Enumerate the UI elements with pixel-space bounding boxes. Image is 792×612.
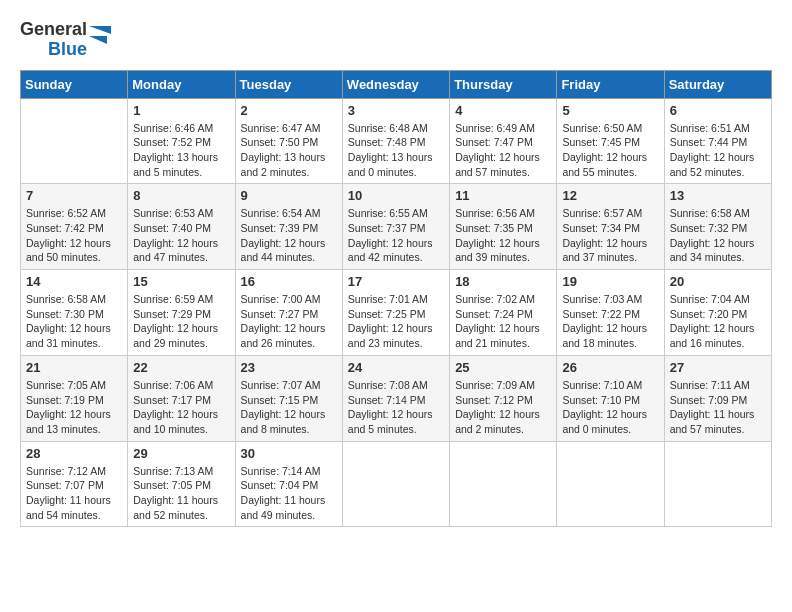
calendar-cell xyxy=(450,441,557,527)
day-number: 1 xyxy=(133,103,229,118)
calendar-cell: 6Sunrise: 6:51 AM Sunset: 7:44 PM Daylig… xyxy=(664,98,771,184)
day-info: Sunrise: 7:00 AM Sunset: 7:27 PM Dayligh… xyxy=(241,292,337,351)
day-info: Sunrise: 7:09 AM Sunset: 7:12 PM Dayligh… xyxy=(455,378,551,437)
day-info: Sunrise: 6:56 AM Sunset: 7:35 PM Dayligh… xyxy=(455,206,551,265)
calendar-cell: 17Sunrise: 7:01 AM Sunset: 7:25 PM Dayli… xyxy=(342,270,449,356)
day-info: Sunrise: 7:14 AM Sunset: 7:04 PM Dayligh… xyxy=(241,464,337,523)
day-info: Sunrise: 6:47 AM Sunset: 7:50 PM Dayligh… xyxy=(241,121,337,180)
calendar-cell: 7Sunrise: 6:52 AM Sunset: 7:42 PM Daylig… xyxy=(21,184,128,270)
day-info: Sunrise: 7:07 AM Sunset: 7:15 PM Dayligh… xyxy=(241,378,337,437)
calendar-cell: 22Sunrise: 7:06 AM Sunset: 7:17 PM Dayli… xyxy=(128,355,235,441)
day-info: Sunrise: 6:59 AM Sunset: 7:29 PM Dayligh… xyxy=(133,292,229,351)
day-info: Sunrise: 6:58 AM Sunset: 7:32 PM Dayligh… xyxy=(670,206,766,265)
calendar-cell: 16Sunrise: 7:00 AM Sunset: 7:27 PM Dayli… xyxy=(235,270,342,356)
day-info: Sunrise: 7:03 AM Sunset: 7:22 PM Dayligh… xyxy=(562,292,658,351)
calendar-cell: 4Sunrise: 6:49 AM Sunset: 7:47 PM Daylig… xyxy=(450,98,557,184)
day-number: 5 xyxy=(562,103,658,118)
day-number: 19 xyxy=(562,274,658,289)
day-info: Sunrise: 7:13 AM Sunset: 7:05 PM Dayligh… xyxy=(133,464,229,523)
day-info: Sunrise: 7:02 AM Sunset: 7:24 PM Dayligh… xyxy=(455,292,551,351)
day-number: 28 xyxy=(26,446,122,461)
calendar-cell xyxy=(557,441,664,527)
calendar-cell: 26Sunrise: 7:10 AM Sunset: 7:10 PM Dayli… xyxy=(557,355,664,441)
day-number: 29 xyxy=(133,446,229,461)
calendar-cell: 1Sunrise: 6:46 AM Sunset: 7:52 PM Daylig… xyxy=(128,98,235,184)
day-number: 9 xyxy=(241,188,337,203)
day-info: Sunrise: 7:12 AM Sunset: 7:07 PM Dayligh… xyxy=(26,464,122,523)
calendar-cell: 24Sunrise: 7:08 AM Sunset: 7:14 PM Dayli… xyxy=(342,355,449,441)
calendar-cell: 19Sunrise: 7:03 AM Sunset: 7:22 PM Dayli… xyxy=(557,270,664,356)
day-info: Sunrise: 7:01 AM Sunset: 7:25 PM Dayligh… xyxy=(348,292,444,351)
day-number: 20 xyxy=(670,274,766,289)
calendar-cell: 12Sunrise: 6:57 AM Sunset: 7:34 PM Dayli… xyxy=(557,184,664,270)
day-info: Sunrise: 6:46 AM Sunset: 7:52 PM Dayligh… xyxy=(133,121,229,180)
day-info: Sunrise: 6:50 AM Sunset: 7:45 PM Dayligh… xyxy=(562,121,658,180)
day-info: Sunrise: 7:05 AM Sunset: 7:19 PM Dayligh… xyxy=(26,378,122,437)
day-number: 30 xyxy=(241,446,337,461)
day-number: 23 xyxy=(241,360,337,375)
calendar-header-row: SundayMondayTuesdayWednesdayThursdayFrid… xyxy=(21,70,772,98)
day-number: 2 xyxy=(241,103,337,118)
calendar-week-row: 1Sunrise: 6:46 AM Sunset: 7:52 PM Daylig… xyxy=(21,98,772,184)
day-number: 11 xyxy=(455,188,551,203)
day-number: 24 xyxy=(348,360,444,375)
day-info: Sunrise: 6:53 AM Sunset: 7:40 PM Dayligh… xyxy=(133,206,229,265)
logo-general-text: General xyxy=(20,20,87,40)
calendar-cell: 25Sunrise: 7:09 AM Sunset: 7:12 PM Dayli… xyxy=(450,355,557,441)
calendar-cell: 20Sunrise: 7:04 AM Sunset: 7:20 PM Dayli… xyxy=(664,270,771,356)
calendar-cell xyxy=(342,441,449,527)
day-number: 10 xyxy=(348,188,444,203)
calendar-week-row: 21Sunrise: 7:05 AM Sunset: 7:19 PM Dayli… xyxy=(21,355,772,441)
day-number: 13 xyxy=(670,188,766,203)
calendar-cell: 9Sunrise: 6:54 AM Sunset: 7:39 PM Daylig… xyxy=(235,184,342,270)
day-info: Sunrise: 7:08 AM Sunset: 7:14 PM Dayligh… xyxy=(348,378,444,437)
day-header-saturday: Saturday xyxy=(664,70,771,98)
day-info: Sunrise: 6:58 AM Sunset: 7:30 PM Dayligh… xyxy=(26,292,122,351)
day-number: 25 xyxy=(455,360,551,375)
day-number: 12 xyxy=(562,188,658,203)
calendar-cell xyxy=(21,98,128,184)
calendar-cell: 30Sunrise: 7:14 AM Sunset: 7:04 PM Dayli… xyxy=(235,441,342,527)
day-header-sunday: Sunday xyxy=(21,70,128,98)
svg-marker-0 xyxy=(89,26,111,34)
day-number: 8 xyxy=(133,188,229,203)
day-number: 15 xyxy=(133,274,229,289)
day-info: Sunrise: 7:11 AM Sunset: 7:09 PM Dayligh… xyxy=(670,378,766,437)
calendar-cell: 13Sunrise: 6:58 AM Sunset: 7:32 PM Dayli… xyxy=(664,184,771,270)
calendar-cell: 18Sunrise: 7:02 AM Sunset: 7:24 PM Dayli… xyxy=(450,270,557,356)
day-number: 21 xyxy=(26,360,122,375)
day-info: Sunrise: 7:10 AM Sunset: 7:10 PM Dayligh… xyxy=(562,378,658,437)
calendar-cell: 11Sunrise: 6:56 AM Sunset: 7:35 PM Dayli… xyxy=(450,184,557,270)
calendar-cell: 27Sunrise: 7:11 AM Sunset: 7:09 PM Dayli… xyxy=(664,355,771,441)
day-number: 3 xyxy=(348,103,444,118)
calendar-cell: 14Sunrise: 6:58 AM Sunset: 7:30 PM Dayli… xyxy=(21,270,128,356)
day-number: 14 xyxy=(26,274,122,289)
day-number: 4 xyxy=(455,103,551,118)
day-number: 27 xyxy=(670,360,766,375)
calendar-cell: 29Sunrise: 7:13 AM Sunset: 7:05 PM Dayli… xyxy=(128,441,235,527)
day-number: 16 xyxy=(241,274,337,289)
calendar-cell: 28Sunrise: 7:12 AM Sunset: 7:07 PM Dayli… xyxy=(21,441,128,527)
svg-marker-1 xyxy=(89,36,107,44)
calendar-week-row: 28Sunrise: 7:12 AM Sunset: 7:07 PM Dayli… xyxy=(21,441,772,527)
day-number: 26 xyxy=(562,360,658,375)
calendar-table: SundayMondayTuesdayWednesdayThursdayFrid… xyxy=(20,70,772,528)
calendar-cell: 10Sunrise: 6:55 AM Sunset: 7:37 PM Dayli… xyxy=(342,184,449,270)
day-info: Sunrise: 6:51 AM Sunset: 7:44 PM Dayligh… xyxy=(670,121,766,180)
calendar-week-row: 14Sunrise: 6:58 AM Sunset: 7:30 PM Dayli… xyxy=(21,270,772,356)
day-number: 22 xyxy=(133,360,229,375)
calendar-cell: 21Sunrise: 7:05 AM Sunset: 7:19 PM Dayli… xyxy=(21,355,128,441)
calendar-cell: 5Sunrise: 6:50 AM Sunset: 7:45 PM Daylig… xyxy=(557,98,664,184)
day-info: Sunrise: 6:55 AM Sunset: 7:37 PM Dayligh… xyxy=(348,206,444,265)
day-number: 6 xyxy=(670,103,766,118)
day-info: Sunrise: 6:54 AM Sunset: 7:39 PM Dayligh… xyxy=(241,206,337,265)
page-header: General Blue xyxy=(20,20,772,60)
calendar-cell xyxy=(664,441,771,527)
calendar-cell: 3Sunrise: 6:48 AM Sunset: 7:48 PM Daylig… xyxy=(342,98,449,184)
day-header-monday: Monday xyxy=(128,70,235,98)
day-header-friday: Friday xyxy=(557,70,664,98)
calendar-cell: 15Sunrise: 6:59 AM Sunset: 7:29 PM Dayli… xyxy=(128,270,235,356)
day-number: 7 xyxy=(26,188,122,203)
day-info: Sunrise: 6:48 AM Sunset: 7:48 PM Dayligh… xyxy=(348,121,444,180)
day-number: 17 xyxy=(348,274,444,289)
